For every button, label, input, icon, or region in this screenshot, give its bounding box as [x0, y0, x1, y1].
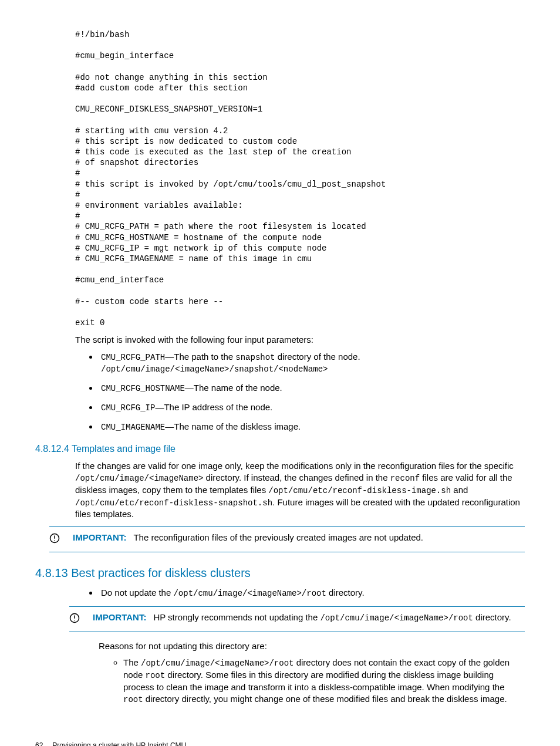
section-heading-4-8-12-4: 4.8.12.4 Templates and image file: [35, 443, 525, 455]
intro-text: The script is invoked with the following…: [75, 334, 525, 346]
code: /opt/cmu/etc/reconf-diskless-snapshot.sh: [75, 498, 272, 508]
text: directory.: [326, 588, 365, 598]
code: root: [123, 695, 143, 704]
warning-icon: [69, 612, 93, 627]
svg-point-2: [54, 540, 55, 541]
list-item: Do not update the /opt/cmu/image/<imageN…: [99, 587, 525, 599]
text: directory.: [473, 612, 511, 622]
code: /opt/cmu/image/<imageName>/root: [173, 589, 326, 598]
code: /opt/cmu/image/<imageName>/root: [320, 613, 473, 623]
param-text: —The name of the node.: [185, 383, 282, 393]
important-label: IMPORTANT:: [73, 532, 126, 542]
text: If the changes are valid for one image o…: [75, 461, 514, 471]
param-code: CMU_IMAGENAME: [101, 423, 165, 432]
parameter-list: CMU_RCFG_PATH—The path to the snapshot d…: [75, 351, 525, 433]
list-item: CMU_RCFG_PATH—The path to the snapshot d…: [99, 351, 525, 376]
important-callout: IMPORTANT:The reconfiguration files of t…: [49, 526, 525, 552]
param-code: snapshot: [235, 353, 275, 362]
important-text: The reconfiguration files of the previou…: [133, 532, 423, 542]
list-item: The /opt/cmu/image/<imageName>/root dire…: [123, 657, 525, 706]
reasons-list: The /opt/cmu/image/<imageName>/root dire…: [100, 657, 525, 706]
text: directory directly, you might change one…: [143, 694, 507, 704]
script-code-block: #!/bin/bash #cmu_begin_interface #do not…: [75, 29, 525, 328]
code: /opt/cmu/image/<imageName>/root: [141, 659, 294, 668]
text: Do not update the: [101, 588, 173, 598]
text: and: [451, 485, 468, 495]
footer-title: Provisioning a cluster with HP Insight C…: [52, 741, 186, 746]
reasons-intro: Reasons for not updating this directory …: [99, 640, 525, 652]
page-number: 62: [35, 741, 43, 746]
svg-point-5: [74, 620, 75, 621]
important-callout: IMPORTANT:HP strongly recommends not upd…: [69, 606, 525, 632]
section-heading-4-8-13: 4.8.13 Best practices for diskless clust…: [35, 565, 525, 581]
param-text: —The path to the: [165, 352, 235, 362]
param-code: CMU_RCFG_HOSTNAME: [101, 384, 185, 393]
code: /opt/cmu/etc/reconf-diskless-image.sh: [268, 486, 451, 495]
best-practices-list: Do not update the /opt/cmu/image/<imageN…: [75, 587, 525, 599]
code: root: [146, 671, 166, 680]
text: The: [123, 657, 141, 667]
warning-icon: [49, 532, 73, 547]
text: HP strongly recommends not updating the: [153, 612, 320, 622]
text: directory. If instead, the changes defin…: [203, 472, 390, 482]
param-text: —The IP address of the node.: [155, 402, 272, 412]
param-code: CMU_RCFG_PATH: [101, 353, 165, 362]
list-item: CMU_IMAGENAME—The name of the diskless i…: [99, 421, 525, 433]
code: /opt/cmu/image/<imageName>: [75, 474, 203, 483]
templates-paragraph: If the changes are valid for one image o…: [75, 460, 525, 521]
page-footer: 62Provisioning a cluster with HP Insight…: [35, 741, 525, 746]
important-label: IMPORTANT:: [93, 612, 146, 622]
list-item: CMU_RCFG_HOSTNAME—The name of the node.: [99, 382, 525, 394]
param-code: CMU_RCFG_IP: [101, 403, 155, 413]
param-code: /opt/cmu/image/<imageName>/snapshot/<nod…: [101, 364, 328, 374]
text: directory. Some files in this directory …: [123, 670, 504, 692]
param-text: —The name of the diskless image.: [165, 421, 301, 431]
param-text: directory of the node.: [275, 352, 360, 362]
code: reconf: [390, 474, 420, 483]
list-item: CMU_RCFG_IP—The IP address of the node.: [99, 401, 525, 414]
